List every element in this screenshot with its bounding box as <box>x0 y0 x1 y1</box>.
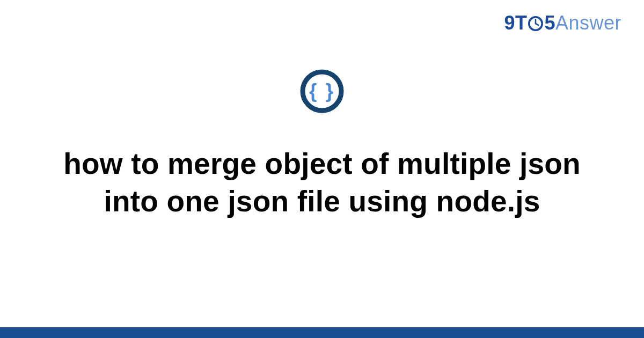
clock-o-icon <box>528 16 544 32</box>
brand-text-5: 5 <box>544 12 555 34</box>
brand-text-9: 9 <box>504 12 515 34</box>
footer-accent-bar <box>0 327 644 338</box>
share-card: 9 T 5 Answer { } how to merge object of … <box>0 0 644 338</box>
brand-text-t: T <box>515 12 528 34</box>
brand-logo: 9 T 5 Answer <box>504 12 621 34</box>
brand-text-answer: Answer <box>555 12 621 34</box>
svg-line-2 <box>536 24 538 25</box>
question-title: how to merge object of multiple json int… <box>48 145 596 221</box>
json-braces-icon: { } <box>299 69 345 116</box>
svg-text:{ }: { } <box>309 80 335 102</box>
